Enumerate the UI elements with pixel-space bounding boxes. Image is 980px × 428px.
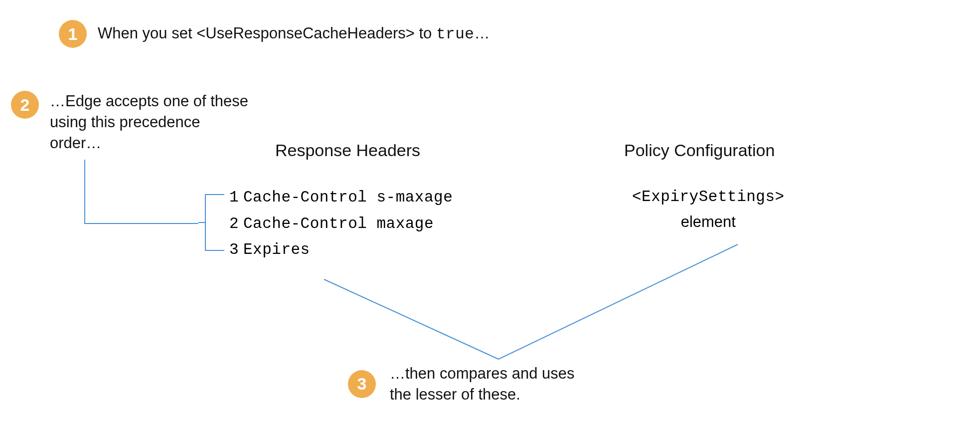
header-item-1: 1Cache-Control s-maxage	[229, 185, 453, 211]
header-item-3: 3Expires	[229, 237, 453, 263]
heading-response: Response Headers	[275, 141, 420, 160]
step-3-text: …then compares and uses the lesser of th…	[390, 363, 599, 405]
header-item-3-name: Expires	[243, 241, 310, 258]
header-item-2-num: 2	[229, 211, 243, 237]
step-1: 1 When you set <UseResponseCacheHeaders>…	[59, 20, 490, 48]
step-1-text-c: …	[474, 24, 490, 42]
header-item-2: 2Cache-Control maxage	[229, 211, 453, 237]
badge-1: 1	[59, 20, 87, 48]
badge-2: 2	[11, 91, 39, 119]
policy-word: element	[681, 213, 736, 230]
header-item-2-name: Cache-Control maxage	[243, 215, 434, 232]
step-1-text-b: to	[415, 24, 436, 42]
step-2: 2 …Edge accepts one of these using this …	[11, 91, 254, 154]
policy-tag: <ExpirySettings>	[632, 185, 785, 210]
header-item-3-num: 3	[229, 237, 243, 263]
header-item-1-num: 1	[229, 185, 243, 211]
response-header-list: 1Cache-Control s-maxage 2Cache-Control m…	[229, 185, 453, 263]
heading-policy: Policy Configuration	[624, 141, 775, 160]
step-1-tag: <UseResponseCacheHeaders>	[196, 24, 415, 42]
step-1-text-a: When you set	[98, 24, 196, 42]
step-1-value: true	[436, 25, 474, 43]
header-item-1-name: Cache-Control s-maxage	[243, 189, 453, 206]
step-1-text: When you set <UseResponseCacheHeaders> t…	[98, 23, 490, 45]
step-2-text: …Edge accepts one of these using this pr…	[50, 91, 254, 154]
policy-config: <ExpirySettings> element	[632, 185, 785, 234]
badge-3: 3	[348, 370, 376, 398]
step-3: 3 …then compares and uses the lesser of …	[348, 363, 599, 405]
